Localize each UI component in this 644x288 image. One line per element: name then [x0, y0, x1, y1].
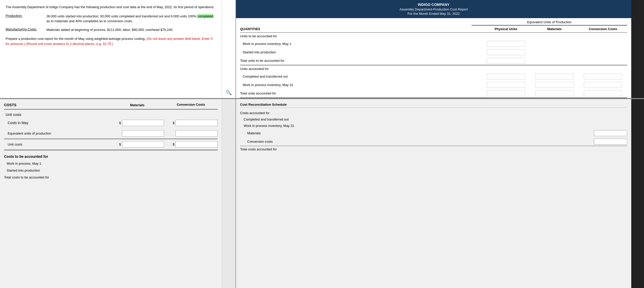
report-panel: INDIGO COMPANY Assembly Department-Produ… — [236, 0, 631, 98]
wip-may1-physical-input[interactable] — [487, 41, 525, 47]
report-company-name: INDIGO COMPANY — [240, 3, 627, 7]
manufacturing-value: Materials added at beginning of process,… — [46, 27, 216, 32]
equiv-units-label: Equivalent Units of Production — [472, 20, 627, 26]
completed-transferred-materials-input[interactable] — [535, 74, 574, 79]
recon-total-row: Total costs accounted for — [240, 146, 627, 152]
equiv-units-conversion-input[interactable] — [176, 130, 218, 137]
total-units-physical-input[interactable] — [487, 58, 525, 64]
costs-in-may-row: Costs in May $ $ — [4, 118, 218, 128]
production-value: 36,000 units started into production; 30… — [46, 14, 216, 24]
costs-accounted-row: Costs accounted for — [240, 110, 627, 116]
units-accounted-for-label: Units accounted for — [240, 67, 482, 71]
costs-in-may-label: Costs in May — [4, 121, 110, 125]
completed-highlight: completed — [197, 14, 214, 18]
recon-completed-row: Completed and transferred out — [240, 116, 627, 123]
total-units-row: Total units to be accounted for — [240, 56, 627, 65]
wip-may1-label2: Work in process, May 1 — [4, 160, 218, 167]
units-to-accounted-label: Units to be accounted for — [240, 34, 482, 38]
equiv-units-label2: Equivalent units of production — [4, 131, 110, 135]
total-units-label: Total units to be accounted for — [240, 59, 482, 63]
materials-col-header: Materials — [530, 27, 579, 31]
recon-title: Cost Reconciliation Schedule — [240, 103, 627, 108]
dollar-sign-2: $ — [173, 121, 175, 125]
costs-accounted-for-label: Costs to be accounted for — [4, 153, 218, 160]
unit-costs-materials-input[interactable] — [122, 141, 164, 148]
recon-materials-row: Materials — [240, 129, 627, 137]
costs-title: COSTS — [4, 103, 110, 107]
total-accounted-physical-input[interactable] — [487, 90, 525, 96]
recon-wip-label: Work in process inventory, May 31 — [244, 124, 294, 128]
costs-in-may-materials-input[interactable] — [122, 120, 164, 126]
reconciliation-panel: Cost Reconciliation Schedule Costs accou… — [236, 99, 631, 288]
costs-in-may-conversion-input[interactable] — [176, 120, 218, 126]
unit-costs-header-row: Unit costs — [4, 112, 218, 118]
total-accounted-row: Total units accounted for — [240, 89, 627, 98]
search-icon[interactable]: 🔍 — [226, 89, 232, 95]
manufacturing-label: Manufacturing Costs: — [6, 27, 46, 32]
recon-materials-input[interactable] — [594, 130, 627, 136]
wip-may1-row: Work in process inventory, May 1 — [240, 40, 627, 48]
wip-may31-physical-input[interactable] — [487, 82, 525, 88]
problem-panel: The Assembly Department of Indigo Compan… — [0, 0, 222, 98]
units-accounted-for-row: Units accounted for — [240, 65, 627, 72]
cost-form-panel: COSTS Materials Conversion Costs Unit co… — [0, 99, 222, 288]
report-header: INDIGO COMPANY Assembly Department-Produ… — [236, 0, 631, 18]
recon-conversion-input[interactable] — [594, 139, 627, 145]
wip-may31-conversion-input[interactable] — [584, 82, 622, 88]
completed-transferred-row: Completed and transferred out — [240, 72, 627, 81]
started-production-label: Started into production — [240, 50, 482, 54]
costs-in-may-materials-cell: $ — [110, 120, 164, 126]
recon-conversion-row: Conversion costs — [240, 137, 627, 146]
total-accounted-conversion-input[interactable] — [584, 90, 622, 96]
production-label: Production: — [6, 14, 46, 24]
conversion-col-header: Conversion Costs — [579, 27, 627, 31]
recon-total-label: Total costs accounted for — [240, 147, 627, 151]
units-to-accounted-row: Units to be accounted for — [240, 33, 627, 40]
started-production-physical-input[interactable] — [487, 49, 525, 55]
dollar-sign-4: $ — [173, 142, 175, 146]
search-area[interactable]: 🔍 — [222, 0, 236, 98]
materials-col-header2: Materials — [110, 103, 164, 107]
equiv-units-materials-input[interactable] — [122, 130, 164, 137]
unit-costs-label: Unit costs — [4, 142, 110, 146]
intro-text: The Assembly Department of Indigo Compan… — [6, 5, 216, 10]
recon-completed-label: Completed and transferred out — [244, 117, 289, 121]
conversion-col-header2: Conversion Costs — [164, 103, 218, 107]
started-production-row: Started into production — [240, 48, 627, 56]
recon-wip-row: Work in process inventory, May 31 — [240, 123, 627, 129]
total-accounted-materials-input[interactable] — [535, 90, 574, 96]
unit-costs-conversion-input[interactable] — [176, 141, 218, 148]
bottom-search-area — [222, 99, 236, 288]
completed-transferred-label: Completed and transferred out — [240, 75, 482, 78]
report-dept: Assembly Department-Production Cost Repo… — [240, 7, 627, 11]
wip-may31-materials-input[interactable] — [535, 82, 574, 88]
wip-may31-label: Work in process inventory, May 31 — [240, 83, 482, 87]
wip-may31-row: Work in process inventory, May 31 — [240, 81, 627, 89]
total-costs-label: Total costs to be accounted for — [4, 174, 218, 181]
report-period: For the Month Ended May 31, 2022 — [240, 12, 627, 16]
dark-edge-bottom — [631, 99, 644, 288]
completed-transferred-physical-input[interactable] — [487, 74, 525, 79]
costs-to-be-section: Costs to be accounted for Work in proces… — [4, 153, 218, 181]
total-accounted-label: Total units accounted for — [240, 91, 482, 95]
physical-units-header: Physical Units — [482, 27, 530, 31]
dollar-sign-3: $ — [119, 142, 121, 146]
completed-transferred-conversion-input[interactable] — [584, 74, 622, 79]
instruction-plain: Prepare a production cost report for the… — [6, 37, 145, 41]
costs-in-may-conversion-cell: $ — [164, 120, 218, 126]
recon-materials-label: Materials — [247, 131, 594, 135]
equiv-units-row: Equivalent units of production — [4, 128, 218, 139]
costs-accounted-label: Costs accounted for — [240, 111, 270, 115]
dark-edge — [631, 0, 644, 98]
started-production-label2: Started into production — [4, 167, 218, 174]
instruction-text: Prepare a production cost report for the… — [6, 36, 216, 46]
quantities-col-header: QUANTITIES — [240, 27, 482, 31]
recon-conversion-label: Conversion costs — [247, 140, 594, 143]
dollar-sign-1: $ — [119, 121, 121, 125]
unit-costs-header-label: Unit costs — [4, 113, 110, 117]
equiv-units-section: Equivalent Units of Production QUANTITIE… — [236, 18, 631, 98]
wip-may1-label: Work in process inventory, May 1 — [240, 42, 482, 46]
unit-costs-row: Unit costs $ $ — [4, 139, 218, 150]
